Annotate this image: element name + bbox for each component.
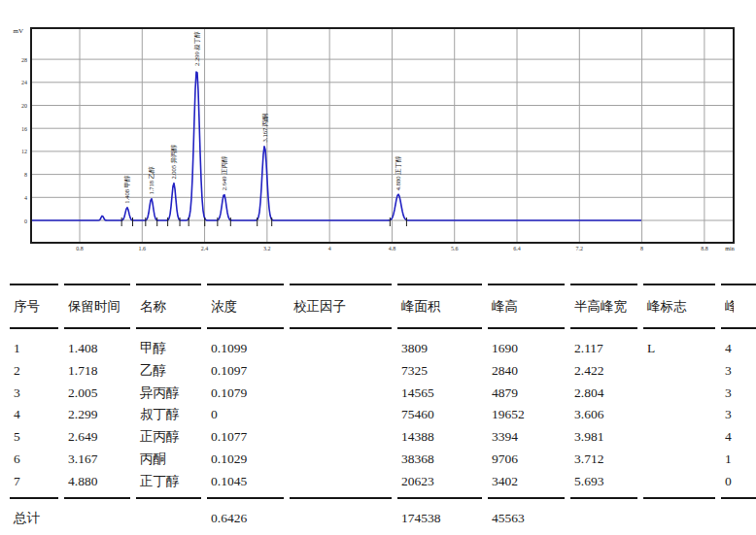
cell-extra-clipped: 3 [725, 407, 734, 421]
table-rule [488, 284, 565, 285]
cell-extra-clipped: 1 [725, 451, 734, 466]
cell-area: 38368 [401, 451, 434, 466]
table-rule [207, 327, 284, 329]
peak-table: 序号保留时间名称浓度校正因子峰面积峰高半高峰宽峰标志峰11.408甲醇0.109… [0, 0, 756, 535]
cell-height: 3402 [492, 474, 518, 488]
cell-conc: 0 [211, 407, 218, 421]
total-area: 174538 [401, 511, 441, 525]
column-header-conc: 浓度 [211, 299, 237, 314]
table-rule [570, 284, 637, 285]
table-rule [721, 497, 756, 499]
cell-num: 7 [14, 474, 20, 488]
cell-conc: 0.1097 [211, 363, 247, 378]
column-header-extra-clipped: 峰 [725, 299, 734, 314]
cell-area: 20623 [401, 474, 434, 488]
cell-halfwidth: 2.117 [574, 341, 603, 355]
table-rule [290, 497, 392, 499]
cell-height: 9706 [492, 451, 518, 466]
column-header-extra: 峰 [725, 299, 734, 314]
cell-mark: L [647, 341, 655, 355]
table-rule [64, 327, 130, 329]
column-header-num: 序号 [14, 299, 40, 314]
cell-extra-clipped: 4 [725, 341, 734, 355]
cell-extra: 4 [725, 429, 734, 444]
cell-rt: 4.880 [68, 474, 97, 488]
table-rule [290, 327, 392, 329]
cell-conc: 0.1045 [211, 474, 247, 488]
table-rule [207, 284, 284, 285]
cell-name: 乙醇 [140, 363, 166, 378]
table-rule [397, 327, 482, 329]
table-rule [570, 497, 637, 499]
cell-halfwidth: 3.981 [574, 429, 603, 444]
column-header-name: 名称 [140, 299, 166, 314]
total-num: 总计 [14, 511, 40, 525]
table-rule [136, 327, 201, 329]
table-rule [10, 284, 58, 285]
cell-rt: 3.167 [68, 451, 97, 466]
cell-name: 正丁醇 [140, 474, 180, 488]
table-rule [643, 497, 715, 499]
cell-extra-clipped: 4 [725, 429, 734, 444]
cell-num: 1 [14, 341, 20, 355]
column-header-factor: 校正因子 [293, 299, 346, 314]
cell-conc: 0.1099 [211, 341, 247, 355]
table-rule [643, 284, 715, 285]
cell-halfwidth: 2.804 [574, 385, 603, 400]
total-conc: 0.6426 [211, 511, 247, 525]
table-rule [397, 497, 482, 499]
cell-rt: 2.299 [68, 407, 97, 421]
cell-area: 75460 [401, 407, 434, 421]
table-rule [488, 497, 565, 499]
cell-name: 丙酮 [140, 451, 166, 466]
cell-height: 2840 [492, 363, 518, 378]
cell-num: 5 [14, 429, 20, 444]
cell-height: 1690 [492, 341, 518, 355]
cell-halfwidth: 2.422 [574, 363, 603, 378]
cell-extra-clipped: 0 [725, 474, 734, 488]
cell-num: 2 [14, 363, 20, 378]
cell-conc: 0.1079 [211, 385, 247, 400]
table-rule [643, 327, 715, 329]
column-header-area: 峰面积 [401, 299, 441, 314]
cell-area: 7325 [401, 363, 428, 378]
table-rule [136, 497, 201, 499]
cell-name: 叔丁醇 [140, 407, 180, 421]
cell-height: 3394 [492, 429, 518, 444]
cell-name: 甲醇 [140, 341, 166, 355]
column-header-rt: 保留时间 [68, 299, 120, 314]
table-rule [570, 327, 637, 329]
cell-rt: 2.649 [68, 429, 97, 444]
cell-area: 14388 [401, 429, 434, 444]
cell-rt: 2.005 [68, 385, 97, 400]
cell-extra: 3 [725, 385, 734, 400]
cell-area: 3809 [401, 341, 428, 355]
cell-halfwidth: 3.712 [574, 451, 603, 466]
cell-num: 6 [14, 451, 20, 466]
cell-extra-clipped: 3 [725, 363, 734, 378]
column-header-halfwidth: 半高峰宽 [574, 299, 627, 314]
cell-rt: 1.718 [68, 363, 97, 378]
table-rule [10, 497, 58, 499]
cell-conc: 0.1077 [211, 429, 247, 444]
table-rule [10, 327, 58, 329]
table-rule [397, 284, 482, 285]
table-rule [488, 327, 565, 329]
cell-name: 异丙醇 [140, 385, 180, 400]
cell-height: 19652 [492, 407, 525, 421]
cell-rt: 1.408 [68, 341, 97, 355]
total-height: 45563 [492, 511, 525, 525]
cell-extra: 0 [725, 474, 734, 488]
column-header-mark: 峰标志 [647, 299, 687, 314]
cell-height: 4879 [492, 385, 518, 400]
table-rule [64, 497, 130, 499]
cell-halfwidth: 3.606 [574, 407, 603, 421]
table-rule [721, 284, 756, 285]
column-header-height: 峰高 [492, 299, 518, 314]
cell-extra: 1 [725, 451, 734, 466]
cell-extra-clipped: 3 [725, 385, 734, 400]
table-rule [721, 327, 756, 329]
cell-num: 3 [14, 385, 20, 400]
table-rule [290, 284, 392, 285]
table-rule [136, 284, 201, 285]
